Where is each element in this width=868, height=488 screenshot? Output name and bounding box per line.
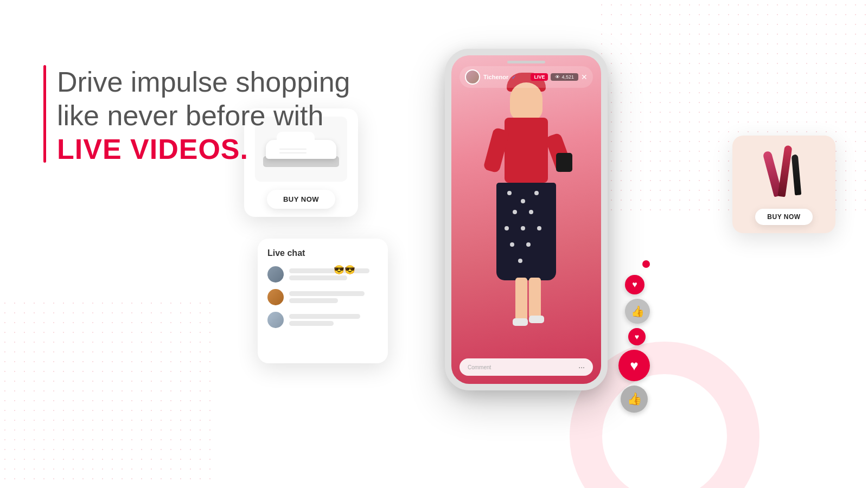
chat-avatar-2 <box>267 289 284 305</box>
shoe-right <box>529 316 544 323</box>
headline-line1: Drive impulse shopping <box>57 65 369 99</box>
chat-emoji: 😎😎 <box>334 265 355 275</box>
model-arm-left <box>483 127 510 173</box>
chat-message-2 <box>267 289 378 305</box>
headline-line2: like never before with <box>57 99 369 132</box>
reactions-panel: ♥ 👍 ♥ ♥ 👍 <box>618 260 650 413</box>
chat-message-1 <box>267 266 378 282</box>
model-body <box>505 118 548 183</box>
verify-icon: ✓ <box>512 74 516 80</box>
product-card-cosmetics: BUY NOW <box>732 136 835 233</box>
shoe-left <box>513 318 528 326</box>
dots-background-bottom-left <box>0 298 217 488</box>
model-head <box>510 82 542 120</box>
phone-user-info: Tichenor ✓ <box>465 69 516 85</box>
chat-message-3 <box>267 312 378 328</box>
model-leg-left <box>515 278 527 321</box>
eye-icon: 👁 <box>555 74 560 80</box>
chat-messages: 😎😎 <box>267 266 378 328</box>
model-display <box>451 82 601 384</box>
headline: Drive impulse shopping like never before… <box>43 65 369 165</box>
phone-notch <box>507 61 545 63</box>
phone-username: Tichenor <box>483 74 508 80</box>
viewer-count: 4,521 <box>561 74 574 80</box>
chat-avatar-3 <box>267 312 284 328</box>
model-bag <box>556 153 572 172</box>
thumbs-reaction-2: 👍 <box>621 386 648 413</box>
phone-mockup: Tichenor ✓ LIVE 👁 4,521 ✕ <box>445 49 608 390</box>
phone-screen: Tichenor ✓ LIVE 👁 4,521 ✕ <box>451 55 601 384</box>
comment-input[interactable]: Comment <box>468 364 491 370</box>
headline-line3: LIVE VIDEOS. <box>57 133 369 165</box>
phone-badges: LIVE 👁 4,521 ✕ <box>531 73 588 81</box>
heart-reaction-tiny: ♥ <box>628 328 646 345</box>
floating-dot-1 <box>642 260 650 268</box>
cosmetics-image <box>743 141 825 201</box>
model-leg-right <box>529 278 541 318</box>
phone-body: Tichenor ✓ LIVE 👁 4,521 ✕ <box>445 49 608 390</box>
heart-reaction-big: ♥ <box>618 350 650 381</box>
live-chat-card: Live chat 😎😎 <box>258 239 388 363</box>
comment-options[interactable]: ··· <box>578 363 585 371</box>
buy-now-button-sneakers[interactable]: BUY NOW <box>267 190 335 209</box>
live-chat-title: Live chat <box>267 248 378 258</box>
viewers-badge: 👁 4,521 <box>551 73 578 81</box>
comment-bar[interactable]: Comment ··· <box>459 358 593 376</box>
model-skirt <box>496 183 556 280</box>
thumbs-reaction-1: 👍 <box>625 299 650 324</box>
hero-text-section: Drive impulse shopping like never before… <box>43 65 369 165</box>
accent-bar <box>43 65 46 163</box>
avatar <box>465 69 480 85</box>
chat-avatar-1 <box>267 266 284 282</box>
live-badge: LIVE <box>531 73 548 81</box>
heart-reaction-small: ♥ <box>625 275 644 294</box>
phone-top-bar: Tichenor ✓ LIVE 👁 4,521 ✕ <box>459 66 593 88</box>
close-button[interactable]: ✕ <box>581 73 588 81</box>
buy-now-button-cosmetics[interactable]: BUY NOW <box>755 209 812 225</box>
